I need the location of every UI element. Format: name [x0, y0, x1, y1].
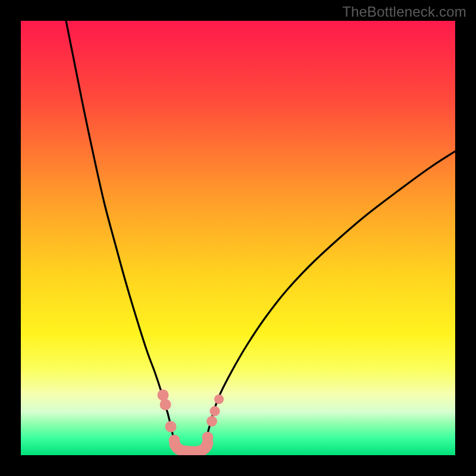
- outer-frame: TheBottleneck.com: [0, 0, 476, 476]
- series-valley-floor: [175, 443, 208, 452]
- marker-dot-6: [210, 406, 220, 416]
- series-left-curve: [65, 21, 174, 442]
- marker-dot-1: [160, 399, 171, 411]
- marker-dot-0: [158, 390, 169, 401]
- marker-dot-3: [169, 435, 180, 446]
- plot-area: [21, 21, 455, 455]
- watermark-text: TheBottleneck.com: [342, 4, 466, 20]
- marker-dot-4: [202, 432, 214, 443]
- marker-dot-7: [214, 394, 224, 404]
- marker-dot-5: [206, 416, 217, 427]
- curve-layer: [21, 21, 455, 455]
- marker-dot-2: [165, 421, 177, 433]
- series-right-curve: [205, 148, 455, 442]
